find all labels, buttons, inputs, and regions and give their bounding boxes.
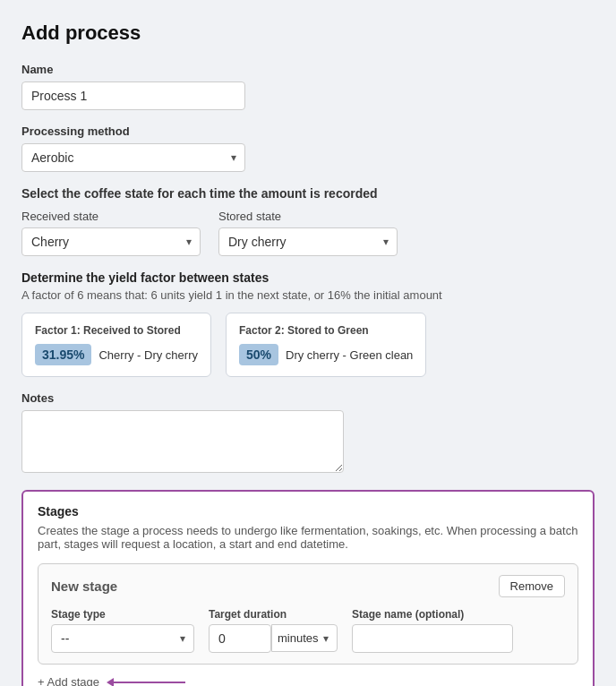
factor1-badge: 31.95% — [35, 344, 91, 365]
stored-state-wrap: Cherry Dry cherry Green clean Roasted — [218, 227, 398, 256]
processing-method-select[interactable]: Aerobic Anaerobic Washed Natural — [21, 143, 245, 172]
stages-section: Stages Creates the stage a process needs… — [21, 490, 595, 686]
factor1-text: Cherry - Dry cherry — [98, 348, 198, 362]
name-label: Name — [21, 63, 595, 76]
name-group: Name — [21, 63, 595, 110]
processing-method-select-wrap: Aerobic Anaerobic Washed Natural — [21, 143, 245, 172]
target-duration-label: Target duration — [209, 608, 338, 621]
stages-desc: Creates the stage a process needs to und… — [38, 524, 578, 551]
received-state-select[interactable]: Cherry Dry cherry Green clean Roasted — [21, 227, 201, 256]
page-title: Add process — [21, 21, 595, 45]
factor2-text: Dry cherry - Green clean — [286, 348, 413, 362]
received-state-label: Received state — [21, 210, 201, 223]
stored-state-select[interactable]: Cherry Dry cherry Green clean Roasted — [218, 227, 398, 256]
factors-row: Factor 1: Received to Stored 31.95% Cher… — [21, 313, 595, 377]
stage-type-group: Stage type -- — [51, 608, 194, 653]
remove-button[interactable]: Remove — [499, 575, 565, 597]
yield-section: Determine the yield factor between state… — [21, 270, 595, 377]
stored-state-label: Stored state — [218, 210, 398, 223]
factor2-card: Factor 2: Stored to Green 50% Dry cherry… — [226, 313, 426, 377]
stored-state-col: Stored state Cherry Dry cherry Green cle… — [218, 210, 398, 256]
factor1-title: Factor 1: Received to Stored — [35, 324, 198, 337]
factor1-card: Factor 1: Received to Stored 31.95% Cher… — [21, 313, 211, 377]
stage-new-label: New stage — [51, 579, 117, 594]
stage-name-group: Stage name (optional) — [352, 608, 513, 653]
stages-title: Stages — [38, 504, 578, 519]
stage-name-label: Stage name (optional) — [352, 608, 513, 621]
stage-card: New stage Remove Stage type -- Target du… — [38, 563, 578, 665]
add-stage-button[interactable]: + Add stage — [38, 675, 99, 686]
duration-unit-select[interactable]: minutes hours days — [271, 624, 338, 652]
received-state-col: Received state Cherry Dry cherry Green c… — [21, 210, 201, 256]
stage-name-input[interactable] — [352, 624, 513, 653]
name-input[interactable] — [21, 81, 245, 110]
page-container: Add process Name Processing method Aerob… — [0, 0, 616, 686]
processing-method-group: Processing method Aerobic Anaerobic Wash… — [21, 124, 595, 172]
add-stage-row: + Add stage — [38, 675, 578, 686]
received-state-wrap: Cherry Dry cherry Green clean Roasted — [21, 227, 201, 256]
notes-section: Notes — [21, 391, 595, 476]
stage-card-header: New stage Remove — [51, 575, 565, 597]
notes-label: Notes — [21, 391, 595, 405]
stage-type-select-wrap: -- — [51, 624, 194, 653]
state-row: Received state Cherry Dry cherry Green c… — [21, 210, 595, 256]
arrow-line — [107, 678, 185, 687]
notes-textarea[interactable] — [21, 410, 344, 473]
arrow-shaft — [114, 682, 185, 683]
coffee-state-label: Select the coffee state for each time th… — [21, 186, 595, 201]
factor2-title: Factor 2: Stored to Green — [239, 324, 413, 337]
duration-row: minutes hours days — [209, 624, 338, 653]
yield-title: Determine the yield factor between state… — [21, 270, 595, 285]
processing-method-label: Processing method — [21, 124, 595, 138]
arrow-head-icon — [107, 678, 114, 687]
duration-unit-wrap: minutes hours days — [271, 624, 338, 653]
factor2-row: 50% Dry cherry - Green clean — [239, 344, 413, 365]
target-duration-group: Target duration minutes hours days — [209, 608, 338, 653]
duration-input[interactable] — [209, 624, 271, 653]
factor1-row: 31.95% Cherry - Dry cherry — [35, 344, 198, 365]
stage-type-label: Stage type — [51, 608, 194, 621]
stage-fields-row: Stage type -- Target duration minutes — [51, 608, 565, 653]
stage-type-select[interactable]: -- — [51, 624, 194, 653]
coffee-state-group: Select the coffee state for each time th… — [21, 186, 595, 256]
yield-desc: A factor of 6 means that: 6 units yield … — [21, 288, 595, 302]
factor2-badge: 50% — [239, 344, 278, 365]
